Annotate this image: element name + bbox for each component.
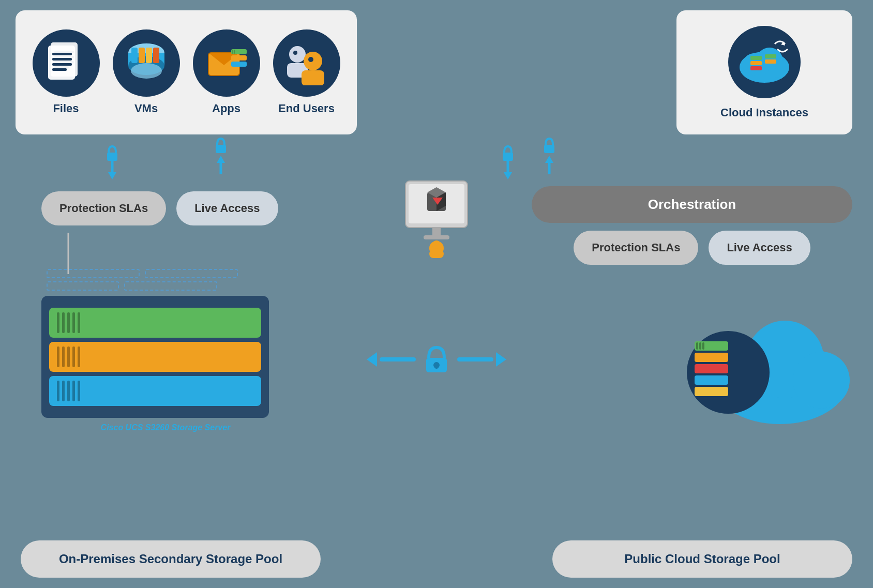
storage-line-13 (67, 381, 70, 401)
dotted-rect-2 (145, 269, 238, 278)
svg-rect-77 (695, 375, 728, 385)
storage-line-9 (72, 346, 75, 367)
cloud-storage-right (666, 300, 852, 424)
files-icon-circle (33, 29, 100, 97)
svg-rect-24 (232, 50, 233, 54)
svg-rect-61 (432, 228, 441, 235)
end-users-label: End Users (278, 102, 335, 115)
svg-point-72 (793, 352, 850, 409)
live-access-pill-right: Live Access (709, 231, 810, 265)
files-icon-item: Files (33, 29, 100, 115)
storage-line-15 (78, 381, 80, 401)
dotted-rect-4 (124, 281, 217, 291)
svg-point-31 (308, 57, 313, 62)
transfer-lock-icon (418, 341, 455, 378)
svg-rect-78 (695, 387, 728, 396)
svg-rect-36 (750, 56, 762, 60)
top-left-card: Files VMs (16, 10, 357, 134)
svg-rect-76 (695, 364, 728, 373)
vms-label: VMs (134, 102, 158, 115)
files-svg (47, 41, 85, 85)
svg-rect-16 (131, 48, 138, 63)
svg-marker-45 (108, 172, 116, 179)
orchestration-bar: Orchestration (532, 186, 852, 223)
storage-lines-orange (57, 346, 80, 367)
svg-point-17 (131, 63, 162, 79)
svg-point-64 (432, 240, 441, 249)
apps-icon-circle (193, 29, 260, 97)
storage-bar-blue (49, 376, 261, 406)
connector-line-left (67, 233, 69, 274)
storage-lines-blue (57, 381, 80, 401)
svg-point-30 (293, 51, 297, 55)
storage-line-2 (62, 312, 65, 333)
middle-left-pills: Protection SLAs Live Access (41, 191, 278, 225)
end-users-svg (282, 41, 331, 85)
svg-rect-15 (153, 48, 159, 63)
cloud-storage-svg (666, 300, 852, 424)
bottom-right-label: Public Cloud Storage Pool (552, 540, 852, 578)
svg-rect-80 (699, 342, 701, 350)
protection-slas-pill-left: Protection SLAs (41, 191, 166, 225)
svg-rect-37 (750, 61, 762, 65)
transfer-arrow-right (496, 352, 506, 367)
cloud-instances-svg (736, 36, 793, 88)
apps-label: Apps (212, 102, 240, 115)
storage-line-4 (72, 312, 75, 333)
cloud-instances-label: Cloud Instances (720, 106, 808, 119)
files-label: Files (53, 102, 79, 115)
svg-point-26 (289, 46, 306, 63)
svg-rect-8 (52, 63, 72, 66)
svg-rect-14 (146, 48, 152, 63)
svg-rect-13 (139, 48, 145, 63)
storage-line-5 (78, 312, 80, 333)
storage-line-12 (62, 381, 65, 401)
svg-marker-47 (217, 156, 225, 163)
right-pills: Protection SLAs Live Access (532, 231, 852, 265)
diagram-container: Files VMs (0, 0, 873, 588)
svg-rect-68 (435, 365, 438, 369)
dotted-rect-1 (47, 269, 140, 278)
svg-rect-25 (234, 50, 235, 54)
storage-line-10 (78, 346, 80, 367)
top-right-card: Cloud Instances (676, 10, 852, 134)
storage-server-box (41, 296, 269, 418)
svg-marker-53 (545, 156, 553, 163)
bottom-left-label: On-Premises Secondary Storage Pool (21, 540, 321, 578)
storage-line-11 (57, 381, 59, 401)
arrow-down-right (496, 137, 517, 194)
apps-icon-item: Apps (193, 29, 260, 115)
svg-rect-43 (107, 153, 117, 161)
end-users-icon-circle (273, 29, 340, 97)
svg-rect-48 (216, 145, 226, 153)
storage-lines-green (57, 312, 80, 333)
svg-rect-81 (702, 342, 704, 350)
vms-icon-item: VMs (113, 29, 180, 115)
svg-rect-38 (750, 66, 762, 70)
svg-marker-51 (504, 172, 512, 179)
arrow-up-right (538, 137, 559, 194)
svg-rect-54 (544, 145, 554, 153)
protection-slas-pill-right: Protection SLAs (574, 231, 698, 265)
storage-bar-orange (49, 342, 261, 372)
svg-rect-6 (52, 53, 72, 55)
svg-rect-23 (231, 62, 247, 67)
svg-rect-22 (231, 55, 247, 61)
svg-rect-29 (302, 70, 324, 85)
cloud-instances-icon (728, 26, 801, 98)
storage-section: Cisco UCS S3260 Storage Server (31, 269, 300, 432)
center-monitor (395, 176, 478, 259)
svg-rect-75 (695, 353, 728, 362)
monitor-svg (395, 176, 478, 259)
storage-line-6 (57, 346, 59, 367)
svg-rect-65 (429, 250, 444, 258)
server-label: Cisco UCS S3260 Storage Server (31, 423, 300, 432)
svg-rect-7 (52, 58, 72, 61)
svg-rect-40 (765, 59, 776, 64)
svg-rect-62 (424, 235, 449, 239)
transfer-line-right (457, 357, 493, 361)
apps-svg (204, 41, 248, 85)
storage-bar-green (49, 308, 261, 338)
end-users-icon-item: End Users (273, 29, 340, 115)
arrow-down-left (101, 137, 122, 194)
